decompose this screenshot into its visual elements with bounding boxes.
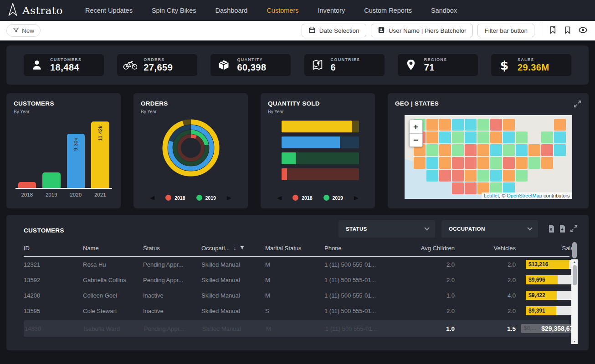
- state-shape[interactable]: [516, 157, 528, 169]
- state-shape[interactable]: [516, 131, 528, 143]
- leaflet-map[interactable]: + − Leaflet, © OpenStreetMap contributor…: [405, 115, 572, 199]
- state-shape[interactable]: [490, 157, 502, 169]
- col-header-id[interactable]: ID: [24, 245, 83, 256]
- expand-icon[interactable]: [570, 225, 578, 234]
- state-shape[interactable]: [554, 119, 566, 131]
- state-shape[interactable]: [528, 144, 540, 156]
- table-row[interactable]: 14200 Colleen Goel Inactive Skilled Manu…: [24, 288, 569, 303]
- bookmark-button[interactable]: [563, 25, 573, 36]
- state-shape[interactable]: [503, 119, 515, 131]
- status-dropdown[interactable]: STATUS: [339, 220, 435, 238]
- legend-item-2019[interactable]: 2019: [196, 195, 216, 201]
- state-shape[interactable]: [477, 119, 489, 131]
- legend-prev-icon[interactable]: ◀: [277, 194, 282, 201]
- legend-next-icon[interactable]: ▶: [354, 194, 359, 201]
- excel-export-icon[interactable]: X: [548, 225, 554, 234]
- bar-2019[interactable]: [42, 172, 61, 188]
- state-shape[interactable]: [426, 119, 438, 131]
- nav-item-spin-city-bikes[interactable]: Spin City Bikes: [152, 7, 196, 14]
- table-scrollbar[interactable]: ▲ ▼: [571, 259, 578, 344]
- state-shape[interactable]: [426, 157, 438, 169]
- zoom-in-button[interactable]: +: [410, 120, 422, 133]
- legend-item-2018[interactable]: 2018: [292, 195, 312, 201]
- expand-icon[interactable]: [574, 100, 581, 109]
- state-shape[interactable]: [528, 157, 540, 169]
- state-shape[interactable]: [490, 144, 502, 156]
- leaflet-link[interactable]: Leaflet: [484, 193, 499, 198]
- state-shape[interactable]: [465, 131, 477, 143]
- state-shape[interactable]: [452, 119, 464, 131]
- state-shape[interactable]: [490, 131, 502, 143]
- state-shape[interactable]: [439, 131, 451, 143]
- occupation-dropdown[interactable]: OCCUPATION: [441, 220, 538, 238]
- qbar-2018[interactable]: [282, 168, 359, 180]
- qbar-2019[interactable]: [282, 152, 359, 164]
- state-shape[interactable]: [465, 170, 477, 182]
- state-shape[interactable]: [477, 144, 489, 156]
- state-shape[interactable]: [541, 144, 553, 156]
- bar-2018[interactable]: [18, 182, 36, 188]
- filter-bar-button[interactable]: Filter bar button: [477, 24, 534, 37]
- col-header-sales[interactable]: Sales: [516, 245, 577, 256]
- state-shape[interactable]: [439, 144, 451, 156]
- state-shape[interactable]: [426, 144, 438, 156]
- state-shape[interactable]: [490, 170, 502, 182]
- state-shape[interactable]: [503, 157, 515, 169]
- col-header-phone[interactable]: Phone: [324, 245, 396, 256]
- scroll-up-icon[interactable]: ▲: [573, 259, 576, 264]
- legend-prev-icon[interactable]: ◀: [150, 194, 154, 201]
- nav-item-sandbox[interactable]: Sandbox: [431, 7, 457, 14]
- state-shape[interactable]: [516, 144, 528, 156]
- nav-item-inventory[interactable]: Inventory: [318, 7, 345, 14]
- col-header-avg-children[interactable]: Avg Children: [396, 245, 455, 256]
- state-shape[interactable]: [439, 119, 451, 131]
- col-header-occupation[interactable]: Occupati... ↓: [201, 245, 265, 256]
- state-shape[interactable]: [439, 157, 451, 169]
- state-shape[interactable]: [452, 131, 464, 143]
- nav-item-dashboard[interactable]: Dashboard: [215, 7, 247, 14]
- state-shape[interactable]: [554, 144, 566, 156]
- legend-item-2018[interactable]: 2018: [165, 195, 185, 201]
- date-selection-button[interactable]: Date Selection: [302, 24, 366, 37]
- table-row[interactable]: 13592 Gabriella Collins Pending Appr... …: [24, 272, 569, 288]
- col-header-name[interactable]: Name: [83, 245, 143, 256]
- state-shape[interactable]: [465, 144, 477, 156]
- doc-export-icon[interactable]: [559, 225, 565, 234]
- state-shape[interactable]: [426, 170, 438, 182]
- state-shape[interactable]: [452, 157, 464, 169]
- state-shape[interactable]: [452, 144, 464, 156]
- nav-item-custom-reports[interactable]: Custom Reports: [364, 7, 412, 14]
- nav-item-customers[interactable]: Customers: [267, 7, 298, 14]
- astrato-logo[interactable]: Astrato: [7, 3, 63, 18]
- state-shape[interactable]: [452, 182, 464, 194]
- state-shape[interactable]: [439, 170, 451, 182]
- col-header-marital-status[interactable]: Marital Status: [265, 245, 324, 256]
- bar-2021[interactable]: 11.42k: [91, 121, 109, 188]
- table-scrollbar-thumb[interactable]: [573, 265, 577, 285]
- state-shape[interactable]: [477, 170, 489, 182]
- new-filter-button[interactable]: New: [6, 24, 41, 37]
- state-shape[interactable]: [503, 170, 515, 182]
- table-row[interactable]: 12321 Rosa Hu Pending Appr... Skilled Ma…: [24, 257, 569, 272]
- widget-scrollbar-thumb[interactable]: [572, 242, 577, 258]
- state-shape[interactable]: [516, 170, 528, 182]
- state-shape[interactable]: [452, 170, 464, 182]
- state-shape[interactable]: [541, 131, 553, 143]
- state-shape[interactable]: [426, 131, 438, 143]
- state-shape[interactable]: [465, 119, 477, 131]
- state-shape[interactable]: [503, 131, 515, 143]
- openstreetmap-link[interactable]: OpenStreetMap: [507, 193, 542, 198]
- table-row[interactable]: 13595 Cole Stewart Inactive Skilled Manu…: [24, 303, 569, 318]
- qbar-2020[interactable]: [282, 136, 359, 148]
- bar-2020[interactable]: 9.30k: [67, 134, 85, 188]
- state-shape[interactable]: [465, 182, 477, 194]
- col-header-vehicles[interactable]: Vehicles: [455, 245, 516, 256]
- state-shape[interactable]: [465, 157, 477, 169]
- state-shape[interactable]: [503, 144, 515, 156]
- scroll-down-icon[interactable]: ▼: [573, 339, 576, 344]
- legend-next-icon[interactable]: ▶: [227, 194, 231, 201]
- bookmark-add-button[interactable]: [548, 25, 558, 36]
- nav-item-recent-updates[interactable]: Recent Updates: [85, 7, 133, 14]
- state-shape[interactable]: [477, 157, 489, 169]
- state-shape[interactable]: [490, 119, 502, 131]
